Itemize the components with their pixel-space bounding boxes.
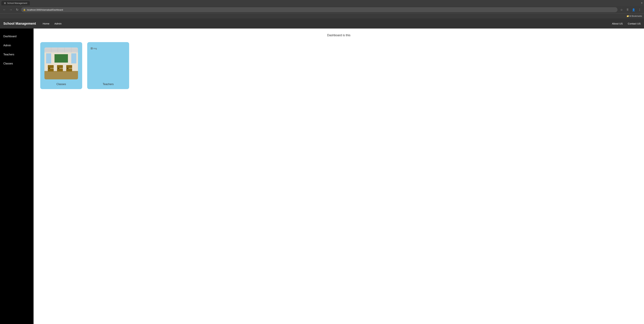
bookmark-star-button[interactable]: ☆: [619, 8, 624, 12]
sidebar-item-classes[interactable]: Classes: [0, 59, 34, 68]
browser-tab-bar: ⊞ School Management +: [0, 0, 644, 6]
navbar: School Management Home Admin About US Co…: [0, 19, 644, 29]
tab-title: School Management: [7, 2, 27, 4]
navbar-brand: School Management: [3, 22, 36, 26]
lock-icon: 🔒: [23, 9, 26, 11]
svg-rect-9: [46, 53, 51, 64]
nav-link-about-us[interactable]: About US: [612, 22, 623, 25]
bookmarks-bar: 📁 All Bookmarks: [0, 14, 644, 19]
classes-card-label: Classes: [56, 83, 66, 86]
app-wrapper: School Management Home Admin About US Co…: [0, 19, 644, 324]
classes-card-image: [44, 48, 78, 79]
svg-rect-10: [71, 53, 76, 64]
sidebar: Dashboard Admin Teachers Classes: [0, 29, 34, 324]
browser-tab[interactable]: ⊞ School Management: [1, 1, 30, 5]
extensions-button[interactable]: ⠿: [625, 8, 630, 12]
back-button[interactable]: ←: [2, 8, 7, 12]
profile-button[interactable]: 👤: [631, 8, 636, 12]
teachers-card[interactable]: 🖼 img Teachers: [87, 42, 129, 89]
new-tab-button[interactable]: +: [641, 1, 643, 5]
teachers-card-label: Teachers: [103, 83, 114, 86]
url-text: localhost:3000/Islamabad/Dashboard: [27, 9, 63, 11]
svg-rect-18: [48, 68, 50, 69]
menu-button[interactable]: ⋮: [637, 8, 642, 12]
navbar-right: About US Contact US: [612, 22, 641, 25]
classroom-svg: [44, 48, 78, 79]
teachers-card-broken-img: 🖼 img: [90, 46, 97, 50]
svg-rect-20: [66, 68, 68, 69]
browser-toolbar-right: ☆ ⠿ 👤 ⋮: [619, 8, 642, 12]
bookmarks-label: 📁: [626, 15, 629, 17]
svg-rect-0: [44, 48, 78, 53]
reload-button[interactable]: ↻: [15, 8, 20, 12]
nav-link-home[interactable]: Home: [42, 22, 49, 25]
content-title: Dashboard is this: [40, 34, 637, 37]
svg-rect-8: [44, 71, 78, 79]
main-layout: Dashboard Admin Teachers Classes Dashboa…: [0, 29, 644, 324]
address-bar[interactable]: 🔒 localhost:3000/Islamabad/Dashboard: [21, 7, 618, 12]
svg-rect-19: [57, 68, 59, 69]
svg-rect-11: [54, 54, 68, 63]
browser-chrome: ⊞ School Management + ← → ↻ 🔒 localhost:…: [0, 0, 644, 19]
main-content: Dashboard is this: [34, 29, 644, 324]
sidebar-item-teachers[interactable]: Teachers: [0, 50, 34, 59]
sidebar-item-dashboard[interactable]: Dashboard: [0, 32, 34, 41]
nav-link-contact-us[interactable]: Contact US: [628, 22, 641, 25]
browser-toolbar: ← → ↻ 🔒 localhost:3000/Islamabad/Dashboa…: [0, 6, 644, 14]
sidebar-item-admin[interactable]: Admin: [0, 41, 34, 50]
nav-link-admin[interactable]: Admin: [54, 22, 62, 25]
forward-button[interactable]: →: [8, 8, 13, 12]
classes-card[interactable]: Classes: [40, 42, 82, 89]
tab-grid-icon: ⊞: [4, 2, 6, 4]
bookmarks-text: All Bookmarks: [629, 15, 642, 17]
cards-container: Classes 🖼 img Teachers: [40, 42, 637, 89]
